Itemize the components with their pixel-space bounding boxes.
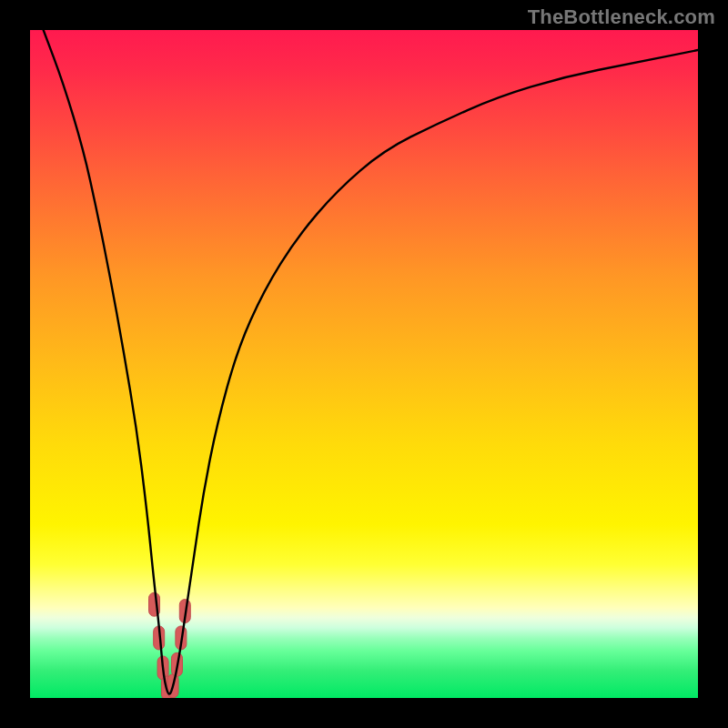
plot-area — [30, 30, 698, 698]
nub-group — [149, 592, 191, 698]
chart-frame: TheBottleneck.com — [0, 0, 728, 728]
watermark-text: TheBottleneck.com — [528, 5, 715, 29]
curve-layer — [30, 30, 698, 698]
bottleneck-curve — [44, 30, 698, 694]
